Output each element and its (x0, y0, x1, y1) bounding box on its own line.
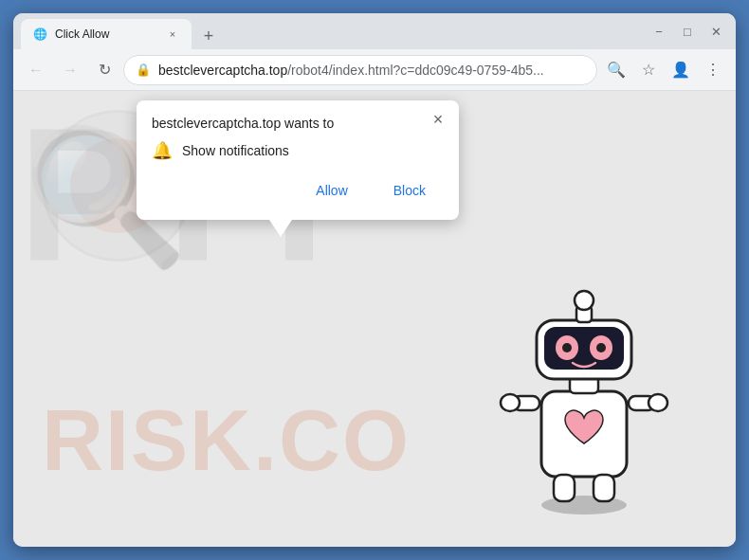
menu-button[interactable]: ⋮ (698, 55, 728, 85)
robot-illustration (489, 268, 679, 518)
tab-favicon-icon: 🌐 (32, 27, 47, 42)
notification-popup: × bestclevercaptcha.top wants to 🔔 Show … (137, 100, 459, 220)
popup-close-button[interactable]: × (427, 108, 449, 131)
tab-title: Click Allow (55, 27, 157, 41)
block-button[interactable]: Block (375, 176, 444, 205)
bookmark-button[interactable]: ☆ (633, 55, 664, 85)
title-bar: 🌐 Click Allow × + − □ ✕ (13, 13, 736, 49)
bookmark-icon: ☆ (642, 61, 655, 79)
popup-description: Show notifications (182, 143, 289, 158)
toolbar-icons: 🔍 ☆ 👤 ⋮ (601, 55, 728, 85)
close-button[interactable]: ✕ (703, 19, 728, 44)
svg-point-17 (577, 294, 583, 299)
maximize-button[interactable]: □ (675, 19, 700, 44)
reload-button[interactable]: ↻ (89, 55, 119, 85)
back-button[interactable]: ← (21, 55, 51, 85)
window-controls: − □ ✕ (647, 19, 728, 44)
browser-tab[interactable]: 🌐 Click Allow × (21, 19, 192, 49)
back-arrow-icon: ← (28, 62, 44, 79)
search-button[interactable]: 🔍 (601, 55, 631, 85)
svg-point-14 (596, 343, 606, 352)
profile-icon: 👤 (671, 61, 690, 79)
popup-actions: Allow Block (152, 176, 444, 205)
new-tab-button[interactable]: + (195, 23, 222, 49)
lock-icon: 🔒 (136, 63, 151, 77)
svg-point-16 (575, 291, 594, 310)
browser-window: 🌐 Click Allow × + − □ ✕ ← → ↻ 🔒 bestclev… (13, 13, 736, 547)
bell-icon: 🔔 (152, 140, 173, 161)
risk-watermark: RISK.CO (42, 392, 411, 490)
minimize-button[interactable]: − (647, 19, 671, 44)
allow-button[interactable]: Allow (298, 176, 365, 205)
menu-icon: ⋮ (705, 61, 721, 79)
tab-close-button[interactable]: × (165, 27, 180, 42)
svg-point-13 (562, 343, 572, 352)
address-bar[interactable]: 🔒 bestclevercaptcha.top/robot4/index.htm… (123, 55, 597, 85)
svg-point-5 (649, 394, 667, 411)
address-domain: bestclevercaptcha.top (158, 63, 287, 78)
reload-icon: ↻ (99, 61, 111, 79)
forward-arrow-icon: → (63, 62, 78, 79)
svg-point-4 (501, 394, 520, 411)
popup-title: bestclevercaptcha.top wants to (152, 116, 444, 131)
forward-button[interactable]: → (55, 55, 85, 85)
address-path: /robot4/index.html?c=ddc09c49-0759-4b5..… (287, 63, 543, 78)
address-text: bestclevercaptcha.top/robot4/index.html?… (158, 63, 585, 78)
svg-rect-6 (554, 475, 575, 501)
page-content: 🔍 PTT RISK.CO OU (13, 91, 736, 547)
popup-notification-row: 🔔 Show notifications (152, 140, 444, 161)
svg-rect-7 (594, 475, 614, 501)
toolbar: ← → ↻ 🔒 bestclevercaptcha.top/robot4/ind… (13, 49, 736, 91)
search-icon: 🔍 (607, 61, 626, 79)
profile-button[interactable]: 👤 (666, 55, 696, 85)
tab-area: 🌐 Click Allow × + (21, 13, 647, 49)
